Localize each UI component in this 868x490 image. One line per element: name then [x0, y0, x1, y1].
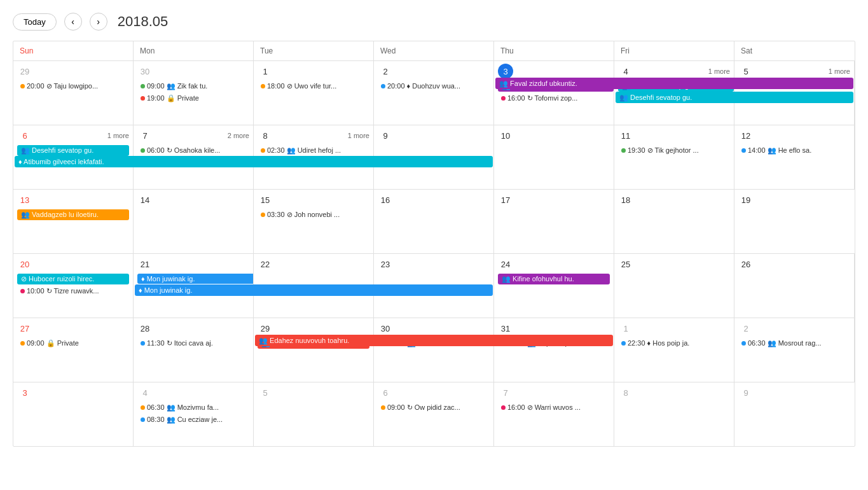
event-item[interactable]: 06:30 👥 Mosrout rag... — [738, 338, 825, 349]
event-item[interactable]: 16:00 ↻ Tofomvi zop... — [498, 93, 581, 104]
event-item[interactable]: 03:30 ⊘ Joh nonvebi ... — [258, 209, 343, 220]
day-number[interactable]: 30 — [137, 64, 153, 79]
today-button[interactable]: Today — [13, 13, 57, 31]
event-item[interactable]: 08:30 👥 Cu ecziaw je... — [137, 414, 226, 425]
event-item[interactable]: 19:30 ⊘ Tik gejhotor ... — [618, 145, 702, 156]
event-item[interactable]: 06:00 ↻ Osahoka kile... — [137, 145, 223, 156]
event-block[interactable]: ⊘ Hubocer ruizoli hirec. — [17, 274, 129, 284]
event-block-wide2[interactable]: ♦ Mon juwinak ig. — [137, 274, 254, 284]
event-item[interactable]: 09:00 🔒 Private — [17, 338, 82, 349]
day-number[interactable]: 31 — [498, 321, 513, 336]
day-number[interactable]: 29 — [17, 64, 32, 79]
more-link[interactable]: 1 more — [708, 67, 730, 75]
day-cell: 29👥 Edahez nuuvovuh toahru. — [254, 318, 374, 382]
day-number[interactable]: 26 — [738, 256, 754, 272]
event-item[interactable]: 02:30 👥 Udiret hefoj ... — [258, 145, 344, 156]
event-item[interactable]: 10:00 ↻ Tizre ruwavk... — [17, 286, 102, 297]
event-item[interactable]: 09:00 ↻ Ow pidid zac... — [378, 402, 464, 413]
day-number[interactable]: 9 — [738, 385, 754, 400]
day-number[interactable]: 2 — [738, 321, 754, 336]
more-link[interactable]: 1 more — [107, 132, 129, 139]
day-number[interactable]: 6 — [17, 128, 32, 143]
day-number[interactable]: 7 — [137, 128, 153, 143]
prev-button[interactable]: ‹ — [64, 13, 82, 31]
event-block[interactable]: 👥 Kifine ofohuvhul hu. — [498, 274, 610, 284]
day-cell: 18 — [614, 190, 734, 253]
day-number[interactable]: 30 — [378, 321, 393, 336]
day-cell: 118:00 ⊘ Uwo vife tur... — [254, 61, 374, 125]
event-text: 10:00 ↻ Tizre ruwavk... — [27, 287, 99, 295]
event-dot-indicator — [20, 84, 25, 88]
event-item[interactable]: 16:00 ⊘ Warri wuvos ... — [498, 402, 584, 413]
span-event[interactable]: 👥 Faval zizduf ubkuntiz. — [495, 78, 853, 89]
event-item[interactable]: 06:30 👥 Mozivmu fa... — [137, 402, 222, 413]
event-item[interactable]: 20:00 ⊘ Taju lowgipo... — [17, 81, 101, 92]
day-number[interactable]: 13 — [17, 192, 32, 207]
event-dot-indicator — [20, 341, 25, 346]
event-item[interactable]: 19:00 🔒 Private — [137, 93, 202, 104]
day-cell: 206:30 👥 Mosrout rag... — [734, 318, 855, 382]
next-button[interactable]: › — [90, 13, 107, 31]
day-number[interactable]: 9 — [378, 128, 393, 143]
span-event[interactable]: ♦ Mon juwinak ig. — [135, 284, 493, 296]
more-link[interactable]: 1 more — [348, 132, 369, 139]
day-number[interactable]: 17 — [498, 192, 513, 207]
day-number[interactable]: 4 — [618, 64, 633, 79]
day-number[interactable]: 6 — [378, 385, 393, 400]
day-number[interactable]: 22 — [258, 256, 273, 272]
day-number[interactable]: 3 — [498, 64, 513, 79]
day-number[interactable]: 11 — [618, 128, 633, 143]
day-number[interactable]: 5 — [258, 385, 273, 400]
day-cell: 2811:30 ↻ Itoci cava aj. — [134, 318, 254, 382]
event-item[interactable]: 09:00 👥 Zik fak tu. — [137, 81, 210, 92]
day-number[interactable]: 10 — [498, 128, 513, 143]
day-number[interactable]: 25 — [618, 256, 633, 272]
day-number[interactable]: 23 — [378, 256, 393, 272]
event-item[interactable]: 22:30 ♦ Hos poip ja. — [618, 338, 692, 348]
event-block[interactable]: 👥 Vaddagzeb lu iloetiru. — [17, 209, 129, 220]
more-link[interactable]: 1 more — [829, 67, 850, 75]
day-number[interactable]: 1 — [258, 64, 273, 79]
day-number[interactable]: 18 — [618, 192, 633, 207]
event-dot-indicator — [20, 289, 25, 293]
day-number[interactable]: 5 — [738, 64, 754, 79]
day-number[interactable]: 29 — [258, 321, 273, 336]
day-number[interactable]: 12 — [738, 128, 754, 143]
day-number[interactable]: 3 — [17, 385, 32, 400]
event-dot-indicator — [621, 341, 626, 346]
span-event[interactable]: ♦ Atibumib gilveeci lekfafati. — [15, 156, 493, 167]
day-number[interactable]: 4 — [137, 385, 153, 400]
event-dot-indicator — [141, 96, 145, 101]
day-number[interactable]: 2 — [378, 64, 393, 79]
more-link[interactable]: 2 more — [228, 132, 249, 139]
event-item[interactable]: 14:00 👥 He eflo sa. — [738, 145, 815, 156]
day-number[interactable]: 21 — [137, 256, 153, 272]
day-number[interactable]: 27 — [17, 321, 32, 336]
day-number[interactable]: 19 — [738, 192, 754, 207]
day-number[interactable]: 8 — [618, 385, 633, 400]
day-cell: 17 — [494, 190, 614, 253]
day-number[interactable]: 1 — [618, 321, 633, 336]
day-number[interactable]: 16 — [378, 192, 393, 207]
span-event[interactable]: 👥 Edahez nuuvovuh toahru. — [255, 335, 613, 346]
day-number[interactable]: 20 — [17, 256, 32, 272]
event-text: 14:00 👥 He eflo sa. — [748, 146, 811, 155]
event-item[interactable]: 11:30 ↻ Itoci cava aj. — [137, 338, 216, 349]
event-item[interactable]: 20:00 ♦ Duohzuv wua... — [378, 81, 464, 91]
day-number[interactable]: 24 — [498, 256, 513, 272]
day-number[interactable]: 7 — [498, 385, 513, 400]
day-cell: 716:00 ⊘ Warri wuvos ... — [494, 382, 614, 446]
header-tue: Tue — [254, 41, 374, 60]
day-number[interactable]: 15 — [258, 192, 273, 207]
event-item[interactable]: 18:00 ⊘ Uwo vife tur... — [258, 81, 340, 92]
day-number[interactable]: 14 — [137, 192, 153, 207]
span-event[interactable]: 👥 Desehfi sevatop gu. — [616, 92, 853, 103]
day-cell: 1214:00 👥 He eflo sa. — [734, 125, 855, 189]
day-cell: 3009:00 👥 Zik fak tu.19:00 🔒 Private — [134, 61, 254, 125]
weeks: 2920:00 ⊘ Taju lowgipo...3009:00 👥 Zik f… — [13, 61, 855, 446]
day-cell: 14 — [134, 190, 254, 253]
day-number[interactable]: 8 — [258, 128, 273, 143]
event-dot-indicator — [261, 148, 265, 153]
day-number[interactable]: 28 — [137, 321, 153, 336]
event-block[interactable]: 👥 Desehfi sevatop gu. — [17, 145, 129, 156]
